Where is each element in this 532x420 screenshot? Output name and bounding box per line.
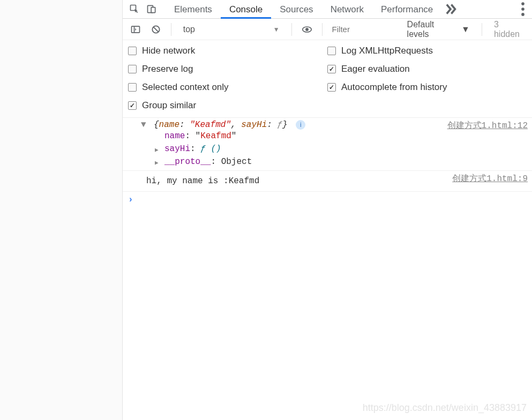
checkbox-label: Hide network xyxy=(142,46,195,56)
svg-point-5 xyxy=(521,13,524,16)
checkbox-label: Eager evaluation xyxy=(341,64,410,74)
checkbox-selected-context[interactable]: Selected context only xyxy=(128,82,327,93)
disclosure-triangle-icon[interactable]: ▶ xyxy=(155,156,159,169)
filter-input[interactable] xyxy=(329,22,399,37)
source-link[interactable]: 创建方式1.html:9 xyxy=(452,173,528,184)
checkbox-icon[interactable] xyxy=(128,101,137,110)
object-key: sayHi xyxy=(241,120,267,130)
console-message-text: 创建方式1.html:9 hi, my name is :Keafmd xyxy=(123,171,532,192)
tabs-overflow-icon[interactable] xyxy=(441,0,460,18)
console-output: 创建方式1.html:12 ▼ {name: "Keafmd", sayHi: … xyxy=(123,118,532,420)
info-badge-icon[interactable]: i xyxy=(296,120,305,130)
console-prompt[interactable]: › xyxy=(123,192,532,208)
svg-point-9 xyxy=(305,28,309,31)
property-key: sayHi xyxy=(164,144,190,154)
log-levels-selector[interactable]: Default levels ▼ xyxy=(402,20,475,39)
checkbox-label: Autocomplete from history xyxy=(341,82,447,93)
tab-console[interactable]: Console xyxy=(221,0,271,19)
checkbox-icon[interactable] xyxy=(327,83,336,92)
context-selector[interactable]: top ▼ xyxy=(178,21,285,38)
checkbox-eager-evaluation[interactable]: Eager evaluation xyxy=(327,64,527,74)
console-toolbar: top ▼ Default levels ▼ 3 hidden xyxy=(123,19,532,40)
object-property-row[interactable]: name: "Keafmd" xyxy=(164,130,532,142)
console-message-object: 创建方式1.html:12 ▼ {name: "Keafmd", sayHi: … xyxy=(123,118,532,171)
clear-console-icon[interactable] xyxy=(147,21,164,38)
property-value: Object xyxy=(221,157,252,167)
checkbox-hide-network[interactable]: Hide network xyxy=(128,46,327,56)
property-value: Keafmd xyxy=(200,131,231,141)
checkbox-autocomplete-history[interactable]: Autocomplete from history xyxy=(327,82,527,93)
tab-sources[interactable]: Sources xyxy=(271,0,321,19)
property-value: ƒ () xyxy=(200,144,221,154)
object-value: "Keafmd" xyxy=(190,120,231,130)
object-property-row[interactable]: ▶ __proto__: Object xyxy=(164,155,532,168)
checkbox-label: Log XMLHttpRequests xyxy=(341,46,433,56)
dropdown-triangle-icon: ▼ xyxy=(461,25,470,34)
checkbox-group-similar[interactable]: Group similar xyxy=(128,100,327,111)
disclosure-triangle-icon[interactable]: ▼ xyxy=(141,120,146,130)
prompt-chevron-icon: › xyxy=(128,195,133,205)
devtools-panel: Elements Console Sources Network Perform… xyxy=(123,0,532,420)
property-key: name xyxy=(164,131,185,141)
tab-network[interactable]: Network xyxy=(322,0,372,19)
live-expression-icon[interactable] xyxy=(298,21,316,38)
checkbox-icon[interactable] xyxy=(128,83,137,92)
tab-elements[interactable]: Elements xyxy=(166,0,221,19)
tab-performance[interactable]: Performance xyxy=(372,0,441,19)
checkbox-icon[interactable] xyxy=(327,47,336,55)
object-key: name xyxy=(159,120,179,130)
levels-label: Default levels xyxy=(407,20,459,39)
checkbox-preserve-log[interactable]: Preserve log xyxy=(128,64,327,74)
object-properties: name: "Keafmd" ▶ sayHi: ƒ () ▶ __proto__… xyxy=(127,130,532,168)
object-property-row[interactable]: ▶ sayHi: ƒ () xyxy=(164,142,532,155)
page-gutter xyxy=(0,0,123,420)
checkbox-icon[interactable] xyxy=(128,65,137,73)
svg-point-4 xyxy=(521,8,524,11)
function-icon: ƒ xyxy=(277,120,282,130)
console-settings: Hide network Log XMLHttpRequests Preserv… xyxy=(123,40,532,118)
hidden-messages-count[interactable]: 3 hidden xyxy=(489,20,532,39)
checkbox-label: Group similar xyxy=(142,100,196,111)
devtools-menu-icon[interactable] xyxy=(514,0,532,18)
context-label: top xyxy=(183,25,195,34)
checkbox-icon[interactable] xyxy=(327,65,336,73)
checkbox-log-xhr[interactable]: Log XMLHttpRequests xyxy=(327,46,527,56)
toggle-sidebar-icon[interactable] xyxy=(127,21,144,38)
toggle-device-icon[interactable] xyxy=(143,1,160,18)
svg-rect-2 xyxy=(151,8,155,13)
disclosure-triangle-icon[interactable]: ▶ xyxy=(155,144,159,156)
checkbox-icon[interactable] xyxy=(128,47,137,55)
property-key: __proto__ xyxy=(164,157,211,167)
checkbox-label: Preserve log xyxy=(142,64,193,74)
devtools-tabbar: Elements Console Sources Network Perform… xyxy=(123,0,532,19)
inspect-element-icon[interactable] xyxy=(126,1,143,18)
svg-point-3 xyxy=(521,2,524,5)
dropdown-triangle-icon: ▼ xyxy=(273,26,280,33)
checkbox-label: Selected context only xyxy=(142,82,229,93)
